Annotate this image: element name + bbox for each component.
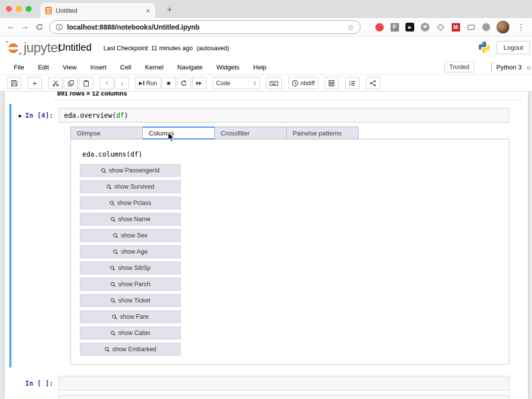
- restart-kernel-button[interactable]: [177, 77, 191, 89]
- copy-cell-button[interactable]: [64, 77, 78, 89]
- run-label: Run: [146, 80, 157, 87]
- menu-view[interactable]: View: [63, 64, 76, 71]
- grid-icon: [328, 80, 335, 87]
- show-column-button[interactable]: show Embarked: [80, 343, 181, 356]
- show-column-button[interactable]: show Pclass: [80, 197, 181, 209]
- tab-title: Untitled: [56, 7, 142, 14]
- browser-tab[interactable]: Untitled ×: [40, 3, 155, 18]
- menu-kernel[interactable]: Kernel: [145, 64, 164, 71]
- logout-button[interactable]: Logout: [497, 41, 530, 54]
- show-column-button[interactable]: show Sex: [80, 229, 181, 242]
- partial-next-cell: [59, 395, 509, 399]
- run-button[interactable]: ▶ Run: [135, 77, 161, 89]
- toc-button[interactable]: [345, 77, 360, 89]
- search-icon: [110, 217, 116, 222]
- new-tab-button[interactable]: +: [164, 4, 175, 16]
- show-column-button[interactable]: show PassengerId: [80, 164, 181, 177]
- profile-avatar[interactable]: [497, 21, 509, 33]
- notebook-title[interactable]: Untitled: [58, 42, 92, 53]
- arrow-up-icon: ↑: [105, 80, 108, 86]
- show-column-button[interactable]: show Survived: [80, 180, 181, 193]
- reload-button[interactable]: [35, 23, 43, 33]
- tab-close-icon[interactable]: ×: [146, 6, 150, 15]
- forward-button[interactable]: →: [21, 22, 29, 32]
- show-column-button-label: show PassengerId: [109, 167, 160, 174]
- notebook-menubar: File Edit View Insert Cell Kernel Naviga…: [0, 60, 532, 75]
- python-logo-icon: [478, 41, 491, 54]
- search-icon: [110, 298, 116, 303]
- move-cell-down-button[interactable]: ↓: [115, 77, 129, 89]
- tab-pairwise-patterns[interactable]: Pairwise patterns: [286, 127, 359, 139]
- window-minimize-button[interactable]: [16, 6, 22, 12]
- extension-m-icon[interactable]: M: [451, 22, 461, 32]
- extension-video-icon[interactable]: ▶: [405, 22, 415, 32]
- checkpoint-status: Last Checkpoint: 11 minutes ago(autosave…: [103, 45, 229, 52]
- nbdiff-button[interactable]: nbdiff: [288, 77, 318, 89]
- menu-file[interactable]: File: [14, 64, 24, 71]
- stop-button[interactable]: ■: [162, 77, 176, 89]
- widget-tab-bar: Glimpse Columns Crossfilter Pairwise pat…: [70, 127, 358, 139]
- reload-icon: [35, 23, 43, 31]
- show-column-button[interactable]: show Name: [80, 213, 181, 226]
- restart-run-all-button[interactable]: [192, 77, 206, 89]
- nbdiff-label: nbdiff: [300, 80, 315, 87]
- url-bar[interactable]: localhost:8888/notebooks/Untitled.ipynb …: [49, 20, 361, 34]
- bookmark-star-icon[interactable]: ☆: [347, 23, 354, 32]
- restart-icon: [180, 80, 187, 87]
- show-column-button[interactable]: show Fare: [80, 310, 181, 323]
- extension-diamond-icon[interactable]: [435, 22, 445, 32]
- show-column-button-label: show Embarked: [112, 346, 157, 353]
- move-cell-up-button[interactable]: ↑: [100, 77, 114, 89]
- add-icon: +: [33, 79, 37, 87]
- menu-help[interactable]: Help: [253, 64, 266, 71]
- add-cell-button[interactable]: +: [28, 77, 42, 89]
- show-column-button-label: show Sex: [121, 232, 147, 239]
- url-text[interactable]: localhost:8888/notebooks/Untitled.ipynb: [67, 23, 343, 31]
- extension-pocket-icon[interactable]: [420, 22, 430, 32]
- menu-edit[interactable]: Edit: [38, 64, 49, 71]
- extension-circle-icon[interactable]: [481, 22, 491, 32]
- show-column-button[interactable]: show SibSp: [80, 262, 181, 274]
- keyboard-icon: [269, 80, 278, 87]
- search-icon: [106, 184, 112, 190]
- jupyter-favicon-icon: [45, 7, 52, 14]
- snippets-button[interactable]: [325, 77, 339, 89]
- show-column-button[interactable]: show Age: [80, 245, 181, 258]
- show-column-button[interactable]: show Cabin: [80, 327, 181, 339]
- tab-glimpse[interactable]: Glimpse: [70, 127, 143, 139]
- menu-widgets[interactable]: Widgets: [216, 64, 239, 71]
- back-button[interactable]: ←: [7, 22, 15, 32]
- menu-insert[interactable]: Insert: [90, 64, 106, 71]
- dataframe-dimensions-text: 891 rows × 12 columns: [57, 92, 127, 97]
- search-icon: [109, 200, 115, 206]
- show-column-button[interactable]: show Ticket: [80, 294, 181, 307]
- tab-columns[interactable]: Columns: [142, 127, 215, 139]
- copy-icon: [67, 80, 74, 87]
- input-prompt: In [4]:: [25, 111, 53, 119]
- show-column-button-label: show SibSp: [118, 265, 150, 271]
- show-column-button[interactable]: show Parch: [80, 278, 181, 291]
- autosaved-text: (autosaved): [197, 45, 229, 52]
- tab-crossfilter[interactable]: Crossfilter: [214, 127, 287, 139]
- code-cell-input[interactable]: eda.overview(df): [59, 108, 509, 123]
- show-column-button-label: show Survived: [114, 183, 154, 190]
- extension-printer-icon[interactable]: [466, 22, 476, 32]
- paste-cell-button[interactable]: [79, 77, 93, 89]
- extension-adblock-icon[interactable]: [374, 22, 384, 32]
- menu-navigate[interactable]: Navigate: [177, 64, 202, 71]
- command-palette-button[interactable]: [266, 77, 282, 89]
- browser-menu-icon[interactable]: ⋮: [515, 22, 527, 33]
- cut-cell-button[interactable]: [48, 77, 63, 89]
- window-close-button[interactable]: [6, 6, 12, 12]
- search-icon: [110, 266, 115, 271]
- cell-type-select[interactable]: Code ▲▼: [213, 77, 260, 89]
- window-zoom-button[interactable]: [26, 6, 32, 12]
- extension-f-icon[interactable]: F: [390, 22, 399, 32]
- menu-cell[interactable]: Cell: [120, 64, 131, 71]
- search-icon: [110, 331, 116, 336]
- save-button[interactable]: [7, 77, 21, 89]
- empty-code-cell-input[interactable]: [59, 376, 509, 391]
- search-icon: [104, 347, 110, 352]
- jupyter-logo[interactable]: jupyter: [4, 39, 62, 57]
- share-button[interactable]: [366, 77, 380, 89]
